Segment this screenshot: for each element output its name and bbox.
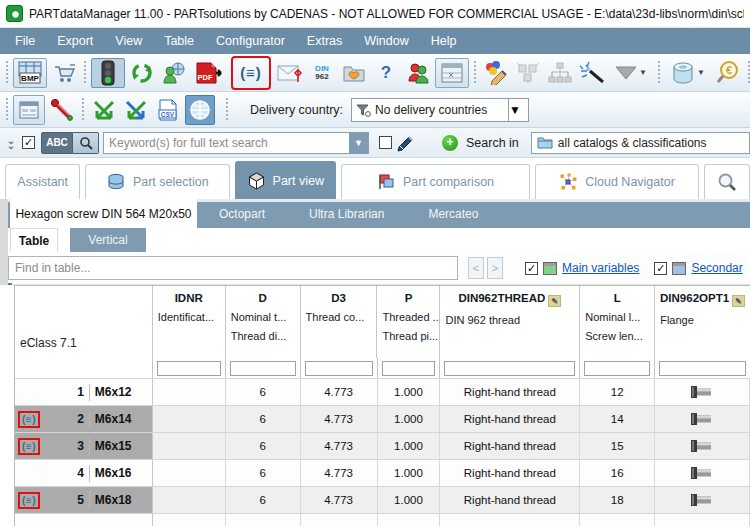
form-window-button[interactable] [13, 95, 45, 125]
cell-idnr[interactable] [153, 487, 226, 513]
cell-flange[interactable] [655, 460, 750, 486]
add-search-button[interactable]: + [442, 135, 458, 151]
filter-input-l[interactable] [584, 361, 650, 376]
tab-part-selection[interactable]: Part selection [85, 164, 230, 199]
delivery-country-select[interactable]: No delivery countries [351, 98, 509, 122]
cell-flange[interactable] [655, 406, 750, 432]
cell-d[interactable]: 6 [226, 406, 301, 432]
cell-p[interactable]: 1.000 [378, 487, 441, 513]
cell-d3[interactable]: 4.773 [301, 460, 378, 486]
filter-input-din962thread[interactable] [444, 361, 575, 376]
column-header-d[interactable]: D Nominal t... Thread di... [226, 286, 301, 358]
csv-export-button[interactable]: CSV [153, 95, 183, 125]
cell-d3[interactable]: 4.773 [301, 379, 378, 405]
menu-table[interactable]: Table [153, 28, 205, 54]
cell-idnr[interactable] [153, 406, 226, 432]
cell-p[interactable]: 1.000 [378, 379, 441, 405]
variant-marker-icon[interactable]: (≡) [20, 413, 38, 426]
book-search-checkbox[interactable] [379, 136, 392, 149]
window-table-button[interactable] [435, 58, 469, 88]
doc-tab-hexagon-screw[interactable]: Hexagon screw DIN 564 M20x50 [10, 199, 197, 228]
help-button[interactable]: ? [371, 58, 401, 88]
abc-search-button[interactable]: ABC [41, 132, 73, 154]
main-variables-checkbox[interactable]: ✓ [525, 262, 538, 275]
red-screw-button[interactable] [47, 95, 77, 125]
mail-part-button[interactable] [275, 58, 305, 88]
swap-green-button[interactable] [89, 95, 119, 125]
cell-p[interactable]: 1.000 [378, 433, 441, 459]
price-search-button[interactable]: € [713, 58, 743, 88]
search-scope-input[interactable] [558, 136, 749, 150]
table-row[interactable]: (≡) 2 M6x14 6 4.773 1.000 Right-hand thr… [15, 405, 750, 432]
color-pencil-button[interactable] [481, 58, 511, 88]
main-variables-link[interactable]: Main variables [562, 261, 639, 275]
cell-flange[interactable] [655, 379, 750, 405]
column-header-p[interactable]: P Threaded ... Thread pi... [377, 286, 440, 358]
cell-l[interactable]: 16 [580, 460, 655, 486]
column-header-d3[interactable]: D3 Thread co... [301, 286, 378, 358]
cell-p[interactable]: 1.000 [378, 460, 441, 486]
pdf-export-button[interactable]: PDF [191, 58, 227, 88]
user-roles-button[interactable] [403, 58, 433, 88]
edit-pencil-icon[interactable]: ✎ [732, 295, 745, 307]
view-tab-vertical[interactable]: Vertical [70, 228, 146, 252]
swap-blue-button[interactable] [121, 95, 151, 125]
cell-thread[interactable]: Right-hand thread [440, 460, 580, 486]
cell-idnr[interactable] [153, 379, 226, 405]
cell-l[interactable]: 15 [580, 433, 655, 459]
cell-idnr[interactable] [153, 460, 226, 486]
cell-thread[interactable]: Right-hand thread [440, 433, 580, 459]
table-row[interactable]: (≡) 3 M6x15 6 4.773 1.000 Right-hand thr… [15, 432, 750, 459]
cell-l[interactable]: 18 [580, 487, 655, 513]
din-962-button[interactable]: DIN 962 [307, 58, 337, 88]
cell-d[interactable]: 6 [226, 460, 301, 486]
view-tab-table[interactable]: Table [10, 228, 58, 252]
cell-d3[interactable]: 4.773 [301, 487, 378, 513]
refresh-catalog-button[interactable] [127, 58, 157, 88]
tab-search[interactable] [704, 164, 750, 199]
cell-l[interactable]: 12 [580, 379, 655, 405]
preview-3d-button[interactable]: ▼ [665, 58, 711, 88]
cell-d3[interactable]: 4.773 [301, 406, 378, 432]
table-flip-button[interactable]: (≡) [233, 58, 269, 88]
tab-cloud-navigator[interactable]: Cloud Navigator [535, 164, 700, 199]
folder-favorites-button[interactable] [339, 58, 369, 88]
tab-assistant[interactable]: Assistant [5, 164, 80, 199]
row-header[interactable]: (≡) 2 M6x14 [15, 406, 153, 432]
assembly-boxes-button[interactable] [513, 58, 543, 88]
triangle-dropdown-button[interactable]: ▼ [609, 58, 653, 88]
secondary-checkbox[interactable]: ✓ [654, 262, 667, 275]
menu-window[interactable]: Window [353, 28, 419, 54]
traffic-light-button[interactable] [91, 58, 125, 88]
magic-wand-button[interactable] [577, 58, 607, 88]
cell-thread[interactable]: Right-hand thread [440, 487, 580, 513]
table-row[interactable]: 4 M6x16 6 4.773 1.000 Right-hand thread … [15, 459, 750, 486]
cell-d[interactable]: 6 [226, 487, 301, 513]
cell-thread[interactable]: Right-hand thread [440, 379, 580, 405]
cell-flange[interactable] [655, 487, 750, 513]
cell-idnr[interactable] [153, 433, 226, 459]
filter-input-d[interactable] [230, 361, 296, 376]
row-header[interactable]: 1 M6x12 [15, 379, 153, 405]
filter-input-d3[interactable] [305, 361, 373, 376]
fulltext-checkbox[interactable]: ✓ [22, 136, 35, 149]
menu-export[interactable]: Export [46, 28, 104, 54]
find-next-button[interactable]: > [487, 257, 503, 279]
cell-thread[interactable]: Right-hand thread [440, 406, 580, 432]
export-bmp-button[interactable]: BMP [13, 58, 47, 88]
column-header-din962opt1[interactable]: DIN962OPT1✎ Flange [655, 286, 750, 358]
row-header[interactable]: 4 M6x16 [15, 460, 153, 486]
menu-configurator[interactable]: Configurator [205, 28, 296, 54]
user-globe-button[interactable] [159, 58, 189, 88]
edit-pencil-icon[interactable]: ✎ [548, 295, 561, 307]
cell-d[interactable]: 6 [226, 379, 301, 405]
variant-marker-icon[interactable]: (≡) [20, 494, 38, 507]
delivery-country-dropdown-button[interactable]: ▼ [509, 98, 529, 122]
menu-view[interactable]: View [104, 28, 153, 54]
cell-l[interactable]: 14 [580, 406, 655, 432]
expand-chevrons-icon[interactable]: ⌄⌄ [4, 138, 18, 148]
row-header[interactable]: (≡) 5 M6x18 [15, 487, 153, 513]
column-header-l[interactable]: L Nominal l... Screw len... [580, 286, 655, 358]
column-header-idnr[interactable]: IDNR Identificat... [153, 286, 226, 358]
tab-part-comparison[interactable]: Part comparison [341, 164, 529, 199]
